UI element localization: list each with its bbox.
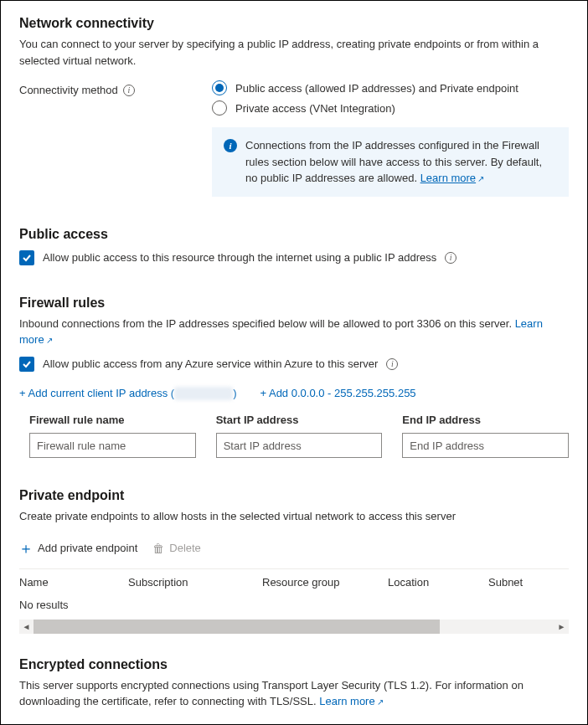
private-endpoint-table-header: Name Subscription Resource group Locatio… [19, 569, 569, 594]
info-box: i Connections from the IP addresses conf… [212, 127, 569, 197]
network-connectivity-desc: You can connect to your server by specif… [19, 36, 569, 69]
col-location: Location [388, 576, 488, 589]
learn-more-link[interactable]: Learn more [420, 172, 484, 184]
connectivity-method-label: Connectivity method [19, 84, 118, 96]
scroll-left-icon[interactable]: ◄ [19, 622, 34, 631]
connectivity-option-public[interactable]: Public access (allowed IP addresses) and… [212, 80, 569, 95]
delete-label: Delete [169, 542, 201, 554]
firewall-col-start: Start IP address [216, 414, 383, 426]
scroll-right-icon[interactable]: ► [554, 622, 569, 631]
info-icon[interactable]: i [445, 252, 456, 264]
add-client-ip-link[interactable]: + Add current client IP address () [19, 387, 236, 401]
redacted-ip [174, 387, 233, 400]
firewall-end-ip-input[interactable] [402, 433, 569, 458]
private-endpoint-desc: Create private endpoints to allow hosts … [19, 508, 569, 525]
firewall-start-ip-input[interactable] [216, 433, 383, 458]
delete-button: 🗑 Delete [152, 542, 201, 555]
col-resource-group: Resource group [262, 576, 388, 589]
connectivity-option-private-label: Private access (VNet Integration) [235, 102, 395, 115]
allow-public-access-label: Allow public access to this resource thr… [43, 251, 436, 264]
plus-icon: ＋ [19, 542, 33, 555]
horizontal-scrollbar[interactable]: ◄ ► [19, 620, 569, 634]
allow-public-access-checkbox[interactable] [19, 250, 34, 265]
firewall-col-name: Firewall rule name [29, 414, 196, 426]
public-access-title: Public access [19, 227, 569, 242]
allow-azure-services-checkbox[interactable] [19, 357, 34, 372]
col-subnet: Subnet [488, 576, 569, 589]
firewall-rules-desc: Inbound connections from the IP addresse… [19, 317, 512, 330]
add-client-ip-prefix: + Add current client IP address ( [19, 387, 174, 399]
add-private-endpoint-label: Add private endpoint [38, 542, 137, 554]
encrypted-connections-title: Encrypted connections [19, 657, 569, 672]
firewall-rule-name-input[interactable] [29, 433, 196, 458]
connectivity-option-public-label: Public access (allowed IP addresses) and… [235, 82, 518, 95]
connectivity-option-private[interactable]: Private access (VNet Integration) [212, 100, 569, 116]
private-endpoint-no-results: No results [19, 594, 569, 620]
col-name: Name [19, 576, 128, 589]
trash-icon: 🗑 [152, 542, 164, 555]
firewall-rules-title: Firewall rules [19, 296, 569, 311]
allow-azure-services-label: Allow public access from any Azure servi… [43, 357, 378, 370]
private-endpoint-title: Private endpoint [19, 488, 569, 503]
encrypted-connections-desc: This server supports encrypted connectio… [19, 679, 524, 708]
add-private-endpoint-button[interactable]: ＋ Add private endpoint [19, 542, 137, 555]
info-icon: i [224, 139, 237, 152]
add-client-ip-suffix: ) [233, 387, 236, 399]
info-icon[interactable]: i [123, 85, 135, 96]
col-subscription: Subscription [128, 576, 262, 589]
firewall-col-end: End IP address [402, 414, 569, 426]
scroll-track[interactable] [34, 620, 554, 634]
add-full-range-link[interactable]: + Add 0.0.0.0 - 255.255.255.255 [260, 387, 415, 399]
radio-icon [212, 100, 227, 116]
scroll-thumb[interactable] [34, 620, 440, 634]
network-connectivity-title: Network connectivity [19, 16, 569, 31]
info-box-text: Connections from the IP addresses config… [245, 139, 542, 184]
info-icon[interactable]: i [386, 358, 398, 370]
learn-more-link[interactable]: Learn more [319, 695, 383, 707]
radio-icon [212, 80, 227, 95]
